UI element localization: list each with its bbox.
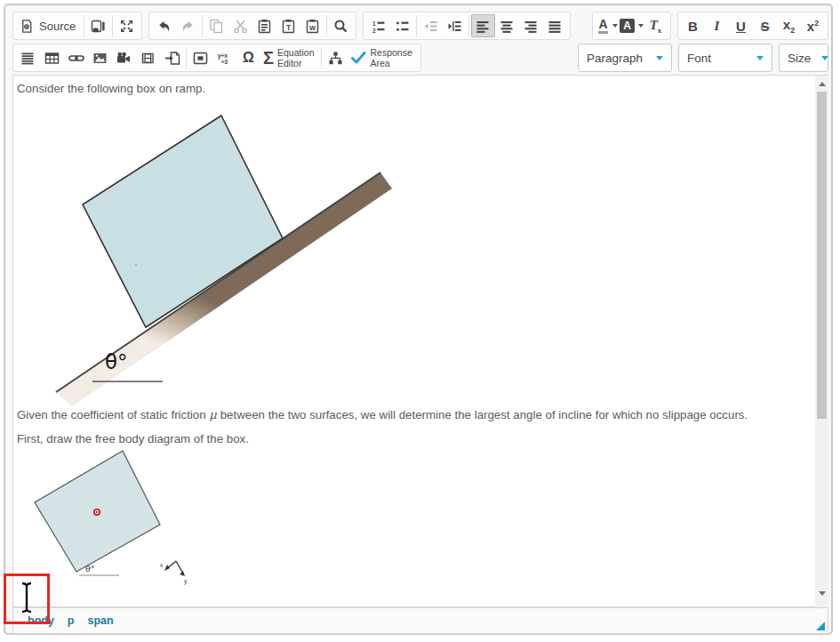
- paste-from-word-button[interactable]: W: [300, 14, 324, 37]
- strikethrough-button[interactable]: S: [753, 14, 777, 37]
- svg-text:1: 1: [372, 20, 376, 27]
- decrease-indent-button[interactable]: [419, 14, 443, 37]
- subscript-icon: x2: [783, 18, 795, 35]
- paste-button[interactable]: [252, 14, 276, 37]
- undo-icon: [156, 19, 172, 34]
- superscript-button[interactable]: x2: [801, 14, 825, 37]
- copy-icon: [209, 19, 224, 34]
- bold-icon: B: [688, 20, 698, 33]
- source-button[interactable]: Source: [16, 14, 82, 37]
- size-dropdown[interactable]: Size: [779, 44, 828, 72]
- chevron-down-icon: [756, 56, 764, 60]
- paragraph-1: Consider the following box on ramp.: [17, 82, 205, 95]
- undo-button[interactable]: [152, 14, 176, 37]
- align-left-button[interactable]: [471, 14, 495, 37]
- svg-text:W: W: [309, 24, 316, 32]
- group-document: Source: [12, 12, 142, 40]
- group-paragraph: 1 2: [363, 12, 571, 40]
- group-basicstyles: B I U S x2 x2: [677, 12, 828, 40]
- paragraph-2: Given the coefficient of static friction…: [17, 408, 748, 421]
- scroll-down-button[interactable]: [815, 586, 828, 600]
- math-button[interactable]: y÷x ÷3: [212, 46, 236, 69]
- svg-text:y: y: [184, 578, 188, 585]
- underline-button[interactable]: U: [729, 14, 753, 37]
- response-area-label: ResponseArea: [370, 47, 412, 68]
- text-color-icon: A: [597, 18, 608, 34]
- increase-indent-button[interactable]: [443, 14, 467, 37]
- text-color-button[interactable]: A: [596, 14, 620, 37]
- remove-format-icon: Tx: [650, 18, 662, 35]
- background-color-button[interactable]: A: [620, 14, 644, 37]
- separator: [321, 47, 322, 68]
- numbered-list-button[interactable]: 1 2: [366, 14, 390, 37]
- bulleted-list-button[interactable]: [390, 14, 414, 37]
- group-colors: A A Tx: [592, 12, 671, 40]
- center-of-mass-dot: [96, 511, 98, 513]
- link-icon: [68, 51, 84, 66]
- line-height-button[interactable]: [16, 46, 40, 69]
- group-insert: y÷x ÷3 Ω Σ EquationEditor: [12, 44, 421, 72]
- resize-handle[interactable]: [816, 622, 825, 630]
- redo-button[interactable]: [176, 14, 200, 37]
- numbered-list-icon: 1 2: [371, 19, 386, 34]
- search-icon: [333, 19, 348, 34]
- equation-editor-button[interactable]: Σ EquationEditor: [260, 46, 319, 69]
- bold-button[interactable]: B: [681, 14, 705, 37]
- element-path-bar: body p span: [12, 607, 828, 634]
- line-height-icon: [20, 51, 36, 66]
- remove-format-button[interactable]: Tx: [644, 14, 668, 37]
- separator: [186, 47, 187, 68]
- image-button[interactable]: [88, 46, 112, 69]
- superscript-icon: x2: [807, 20, 819, 33]
- mu-symbol: μ: [209, 408, 217, 421]
- subscript-button[interactable]: x2: [777, 14, 801, 37]
- find-button[interactable]: [329, 14, 353, 37]
- separator: [326, 15, 327, 36]
- editor-root: Source: [0, 0, 840, 642]
- scroll-up-button[interactable]: [815, 76, 828, 91]
- table-button[interactable]: [40, 46, 64, 69]
- cut-button[interactable]: [228, 14, 252, 37]
- indent-icon: [447, 19, 462, 34]
- video-button[interactable]: [112, 46, 136, 69]
- iframe-button[interactable]: [188, 46, 212, 69]
- paste-text-icon: T: [281, 19, 296, 34]
- omega-icon: Ω: [243, 51, 254, 65]
- response-area-button[interactable]: ResponseArea: [348, 46, 417, 69]
- templates-button[interactable]: [86, 14, 110, 37]
- source-label: Source: [39, 20, 76, 33]
- align-right-icon: [524, 19, 539, 34]
- align-left-icon: [476, 19, 491, 34]
- italic-button[interactable]: I: [705, 14, 729, 37]
- path-item-span[interactable]: span: [88, 614, 114, 627]
- font-dropdown[interactable]: Font: [678, 44, 772, 72]
- copy-button[interactable]: [204, 14, 228, 37]
- paste-plain-text-button[interactable]: T: [276, 14, 300, 37]
- align-right-button[interactable]: [519, 14, 543, 37]
- path-item-p[interactable]: p: [68, 614, 75, 627]
- align-justify-icon: [548, 19, 563, 34]
- scrollbar-thumb[interactable]: [817, 92, 827, 419]
- box-on-ramp-diagram[interactable]: θ°: [54, 100, 403, 411]
- toolbar-row-2: y÷x ÷3 Ω Σ EquationEditor: [12, 44, 828, 72]
- maximize-button[interactable]: [115, 14, 139, 37]
- paragraph-format-dropdown[interactable]: Paragraph: [578, 44, 672, 72]
- scroll-down-icon: [819, 591, 826, 596]
- math-icon: y÷x ÷3: [217, 51, 233, 66]
- paste-icon: [257, 19, 272, 34]
- media-embed-button[interactable]: [136, 46, 160, 69]
- box-center-dot: [135, 264, 137, 266]
- free-body-diagram[interactable]: θ° x y: [32, 449, 201, 590]
- underline-icon: U: [736, 20, 746, 33]
- font-value: Font: [687, 52, 711, 65]
- insert-document-button[interactable]: [160, 46, 184, 69]
- special-char-button[interactable]: Ω: [236, 46, 260, 69]
- separator: [112, 15, 113, 36]
- angle-label: θ°: [105, 350, 128, 373]
- align-center-button[interactable]: [495, 14, 519, 37]
- align-justify-button[interactable]: [543, 14, 567, 37]
- sitemap-button[interactable]: [324, 46, 348, 69]
- editor-content-area[interactable]: Consider the following box on ramp. θ° G…: [12, 75, 815, 607]
- vertical-scrollbar[interactable]: [815, 75, 828, 607]
- link-button[interactable]: [64, 46, 88, 69]
